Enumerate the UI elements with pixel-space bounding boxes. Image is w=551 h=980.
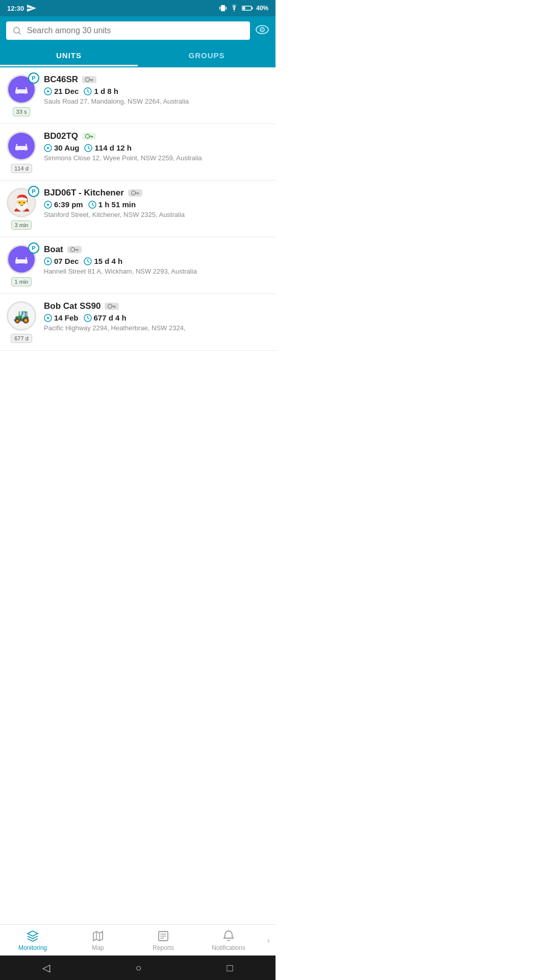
time-badge: 3 min bbox=[11, 220, 32, 230]
key-icon bbox=[82, 76, 96, 83]
key-icon bbox=[82, 133, 96, 140]
key-icon bbox=[67, 246, 82, 253]
unit-info: BJD06T - Kitchener 6:39 p bbox=[44, 188, 268, 218]
duration-item: 1 d 8 h bbox=[84, 87, 118, 95]
tabs: UNITS GROUPS bbox=[0, 45, 276, 67]
unit-avatar: 🚜 bbox=[7, 301, 36, 331]
unit-avatar: P bbox=[7, 244, 36, 274]
date-item: 6:39 pm bbox=[44, 200, 83, 209]
unit-duration: 1 h 51 min bbox=[98, 200, 136, 209]
time-badge: 1 min bbox=[11, 277, 32, 286]
battery-level: 40% bbox=[256, 5, 268, 12]
unit-dates: 6:39 pm 1 h 51 min bbox=[44, 200, 268, 209]
play-icon bbox=[44, 201, 52, 209]
svg-rect-5 bbox=[252, 7, 253, 9]
unit-name: BD02TQ bbox=[44, 131, 78, 141]
battery-icon bbox=[242, 5, 253, 11]
svg-rect-0 bbox=[221, 5, 225, 11]
svg-point-9 bbox=[262, 29, 263, 31]
date-item: 07 Dec bbox=[44, 257, 79, 265]
svg-rect-1 bbox=[219, 7, 220, 10]
key-symbol bbox=[70, 247, 79, 252]
send-icon bbox=[27, 5, 36, 12]
play-icon bbox=[44, 87, 52, 95]
search-icon bbox=[12, 26, 22, 36]
svg-rect-11 bbox=[24, 92, 27, 94]
unit-duration: 114 d 12 h bbox=[94, 143, 132, 152]
date-item: 21 Dec bbox=[44, 87, 79, 95]
unit-address: Pacific Highway 2294, Heatherbrae, NSW 2… bbox=[44, 324, 268, 332]
play-icon bbox=[44, 144, 52, 152]
list-item[interactable]: P 33 s BC46SR bbox=[0, 67, 276, 124]
unit-dates: 14 Feb 677 d 4 h bbox=[44, 313, 268, 322]
unit-avatar: P bbox=[7, 75, 36, 104]
time-badge: 114 d bbox=[11, 164, 32, 173]
unit-name-row: BC46SR bbox=[44, 75, 268, 85]
unit-avatar-wrap: 🎅 P 3 min bbox=[5, 188, 38, 230]
wifi-icon bbox=[230, 5, 239, 12]
unit-name: BJD06T - Kitchener bbox=[44, 188, 124, 198]
clock-icon bbox=[84, 257, 92, 265]
list-item[interactable]: 114 d BD02TQ bbox=[0, 124, 276, 181]
unit-avatar bbox=[7, 131, 36, 161]
status-right: 40% bbox=[219, 4, 268, 12]
unit-info: Bob Cat SS90 14 Feb bbox=[44, 301, 268, 332]
list-item[interactable]: P 1 min Boat bbox=[0, 237, 276, 294]
svg-rect-4 bbox=[242, 7, 245, 10]
svg-rect-10 bbox=[16, 92, 18, 94]
svg-rect-24 bbox=[24, 262, 27, 264]
unit-info: Boat 07 Dec bbox=[44, 244, 268, 275]
unit-duration: 1 d 8 h bbox=[94, 87, 118, 95]
unit-avatar-wrap: 🚜 677 d bbox=[5, 301, 38, 343]
unit-name: Boat bbox=[44, 244, 63, 255]
date-item: 30 Aug bbox=[44, 143, 79, 152]
tab-groups[interactable]: GROUPS bbox=[138, 45, 276, 66]
status-bar: 12:30 40% bbox=[0, 0, 276, 16]
unit-address: Sauls Road 27, Mandalong, NSW 2264, Aust… bbox=[44, 97, 268, 105]
list-item[interactable]: 🎅 P 3 min BJD06T - Kitchener bbox=[0, 181, 276, 237]
unit-avatar-car bbox=[8, 133, 35, 159]
key-symbol bbox=[131, 190, 139, 195]
unit-date: 21 Dec bbox=[54, 87, 79, 95]
unit-address: Hannell Street 81 A, Wickham, NSW 2293, … bbox=[44, 267, 268, 275]
unit-info: BC46SR 21 Dec bbox=[44, 75, 268, 105]
unit-duration: 677 d 4 h bbox=[94, 313, 127, 322]
tab-units[interactable]: UNITS bbox=[0, 45, 138, 66]
clock-icon bbox=[88, 201, 96, 209]
key-symbol bbox=[108, 304, 116, 309]
date-item: 14 Feb bbox=[44, 313, 79, 322]
clock-icon bbox=[84, 314, 92, 322]
clock-icon bbox=[84, 144, 92, 152]
key-symbol bbox=[85, 134, 93, 139]
duration-item: 114 d 12 h bbox=[84, 143, 132, 152]
key-icon bbox=[105, 303, 119, 310]
unit-duration: 15 d 4 h bbox=[94, 257, 122, 265]
key-icon bbox=[128, 189, 142, 197]
unit-avatar-wrap: P 1 min bbox=[5, 244, 38, 286]
list-item[interactable]: 🚜 677 d Bob Cat SS90 bbox=[0, 294, 276, 351]
time-badge: 677 d bbox=[11, 334, 32, 343]
unit-dates: 07 Dec 15 d 4 h bbox=[44, 257, 268, 265]
play-icon bbox=[44, 257, 52, 265]
unit-name-row: BJD06T - Kitchener bbox=[44, 188, 268, 198]
unit-date: 14 Feb bbox=[54, 313, 79, 322]
unit-address: Stanford Street, Kitchener, NSW 2325, Au… bbox=[44, 211, 268, 218]
status-left: 12:30 bbox=[7, 5, 36, 12]
unit-date: 07 Dec bbox=[54, 257, 79, 265]
vibrate-icon bbox=[219, 4, 227, 12]
parking-badge: P bbox=[28, 186, 39, 197]
search-input[interactable] bbox=[27, 26, 244, 35]
unit-name: Bob Cat SS90 bbox=[44, 301, 101, 311]
unit-avatar-wrap: P 33 s bbox=[5, 75, 38, 116]
unit-name-row: Bob Cat SS90 bbox=[44, 301, 268, 311]
parking-badge: P bbox=[28, 242, 39, 254]
unit-dates: 21 Dec 1 d 8 h bbox=[44, 87, 268, 95]
eye-icon[interactable] bbox=[255, 23, 269, 38]
search-input-wrap[interactable] bbox=[6, 21, 250, 40]
unit-name-row: Boat bbox=[44, 244, 268, 255]
svg-rect-2 bbox=[226, 7, 227, 10]
duration-item: 15 d 4 h bbox=[84, 257, 122, 265]
unit-avatar: 🎅 P bbox=[7, 188, 36, 217]
play-icon bbox=[44, 314, 52, 322]
svg-rect-16 bbox=[24, 149, 27, 151]
